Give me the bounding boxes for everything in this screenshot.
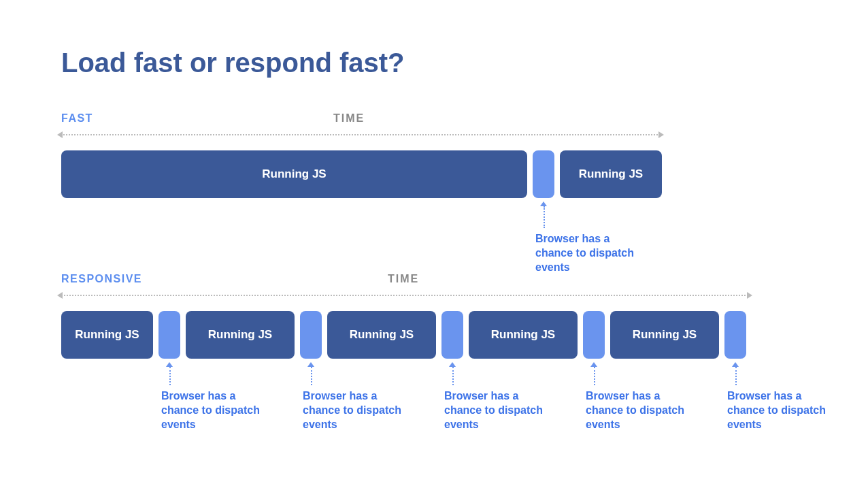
fast-time-axis: [61, 134, 660, 135]
annotation-connector: [452, 367, 454, 385]
browser-dispatch-annotation: Browser has a chance to dispatch events: [444, 389, 546, 432]
axis-arrow-left-icon: [57, 292, 63, 299]
browser-dispatch-annotation: Browser has a chance to dispatch events: [727, 389, 829, 432]
time-label-fast: TIME: [333, 112, 365, 125]
arrow-up-icon: [732, 362, 739, 367]
running-js-block: Running JS: [186, 311, 295, 359]
running-js-block: Running JS: [560, 150, 662, 198]
event-gap-block: [300, 311, 322, 359]
annotation-connector: [594, 367, 595, 385]
arrow-up-icon: [307, 362, 314, 367]
responsive-track: Running JSRunning JSRunning JSRunning JS…: [61, 311, 807, 447]
annotation-connector: [544, 206, 545, 228]
time-label-responsive: TIME: [388, 273, 419, 285]
event-gap-block: [724, 311, 746, 359]
annotation-connector: [311, 367, 312, 385]
running-js-block: Running JS: [610, 311, 719, 359]
browser-dispatch-annotation: Browser has a chance to dispatch events: [535, 232, 637, 274]
fast-track: Running JSRunning JS Browser has a chanc…: [61, 150, 807, 273]
running-js-block: Running JS: [327, 311, 436, 359]
axis-line: [61, 295, 748, 296]
event-gap-block: [441, 311, 463, 359]
arrow-up-icon: [166, 362, 173, 367]
fast-header: FAST TIME: [61, 112, 807, 131]
arrow-up-icon: [590, 362, 597, 367]
event-gap-block: [583, 311, 605, 359]
annotation-connector: [169, 367, 171, 385]
annotation-connector: [735, 367, 737, 385]
browser-dispatch-annotation: Browser has a chance to dispatch events: [161, 389, 263, 432]
running-js-block: Running JS: [469, 311, 578, 359]
browser-dispatch-annotation: Browser has a chance to dispatch events: [586, 389, 688, 432]
responsive-header: RESPONSIVE TIME: [61, 273, 807, 292]
event-gap-block: [158, 311, 180, 359]
responsive-time-axis: [61, 295, 748, 296]
arrow-up-icon: [540, 201, 547, 206]
axis-arrow-right-icon: [658, 131, 664, 138]
arrow-up-icon: [449, 362, 456, 367]
axis-line: [61, 134, 660, 135]
axis-arrow-left-icon: [57, 131, 63, 138]
responsive-label: RESPONSIVE: [61, 273, 142, 285]
browser-dispatch-annotation: Browser has a chance to dispatch events: [303, 389, 405, 432]
event-gap-block: [533, 150, 554, 198]
running-js-block: Running JS: [61, 311, 153, 359]
running-js-block: Running JS: [61, 150, 527, 198]
fast-label: FAST: [61, 112, 93, 125]
fast-section: FAST TIME Running JSRunning JS Browser h…: [61, 112, 807, 273]
page-title: Load fast or respond fast?: [61, 48, 807, 78]
responsive-section: RESPONSIVE TIME Running JSRunning JSRunn…: [61, 273, 807, 447]
axis-arrow-right-icon: [747, 292, 752, 299]
